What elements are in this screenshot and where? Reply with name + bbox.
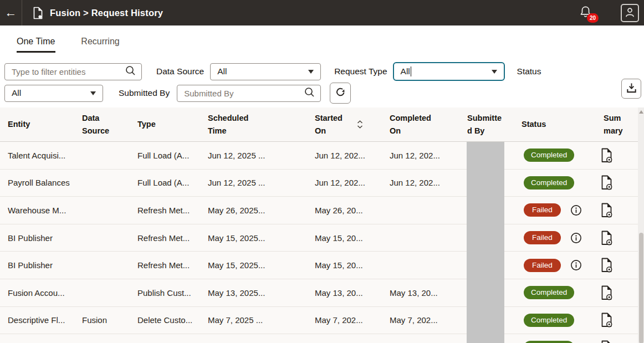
- filter-panel: Data Source All Request Type All Status …: [0, 57, 644, 104]
- cell-entity: Payroll Balances: [8, 170, 79, 197]
- status-badge: Failed: [524, 259, 561, 272]
- request-type-dropdown[interactable]: All: [393, 62, 505, 81]
- table-row[interactable]: BI Publisher Refresh Met... May 15, 2025…: [0, 251, 644, 279]
- summary-icon[interactable]: [600, 170, 622, 197]
- cell-started-on: May 15, 20...: [315, 224, 379, 252]
- info-icon[interactable]: [570, 204, 582, 216]
- cell-started-on: Jun 12, 202...: [315, 170, 379, 197]
- cell-data-source: [82, 142, 134, 169]
- data-source-value: All: [217, 66, 227, 76]
- person-icon: [624, 6, 636, 20]
- sort-icon[interactable]: [356, 120, 364, 129]
- cell-status: Completed: [524, 142, 602, 169]
- request-type-value: All: [401, 66, 410, 76]
- data-source-label: Data Source: [156, 66, 204, 76]
- col-header-scheduled-time[interactable]: Scheduled Time: [208, 107, 254, 141]
- cell-type: Full Load (A...: [137, 334, 205, 343]
- cell-started-on: May 7, 202...: [315, 307, 379, 334]
- cell-status: Completed: [524, 334, 602, 343]
- cell-scheduled-time: Jun 12, 2025 ...: [208, 170, 287, 197]
- tab-bar: One Time Recurring: [0, 25, 644, 57]
- download-button[interactable]: [621, 79, 641, 99]
- info-icon[interactable]: [570, 232, 582, 244]
- col-header-status[interactable]: Status: [522, 107, 546, 141]
- table-row[interactable]: Payroll Balances Full Load (A... Jun 12,…: [0, 169, 644, 197]
- scrollbar-up-arrow-icon[interactable]: [639, 110, 643, 114]
- refresh-button[interactable]: [330, 83, 351, 104]
- submitted-by-field[interactable]: [183, 88, 304, 99]
- status-badge: Completed: [524, 341, 574, 343]
- cell-started-on: May 13, 20...: [315, 279, 379, 306]
- cell-completed-on: Mar 6, 2025...: [390, 334, 461, 343]
- summary-icon[interactable]: [600, 307, 622, 334]
- user-avatar-button[interactable]: [621, 4, 639, 22]
- status-dropdown[interactable]: All: [4, 85, 103, 102]
- redacted-submitted-by-block: [467, 142, 504, 343]
- col-header-type[interactable]: Type: [137, 107, 156, 141]
- entity-filter-input[interactable]: [4, 63, 142, 80]
- request-type-label: Request Type: [334, 66, 387, 76]
- vertical-scrollbar[interactable]: [638, 107, 644, 343]
- col-header-entity[interactable]: Entity: [8, 107, 30, 141]
- col-header-completed-on[interactable]: Completed On: [390, 107, 441, 141]
- cell-entity: Warehouse M...: [8, 197, 79, 224]
- summary-icon[interactable]: [600, 252, 622, 279]
- cell-started-on: Mar 6, 2025...: [315, 334, 379, 343]
- notifications-button[interactable]: 20: [579, 5, 592, 21]
- cell-completed-on: Jun 12, 202...: [390, 142, 461, 169]
- cell-entity: Fusion Accou...: [8, 279, 79, 306]
- cell-type: Refresh Met...: [137, 197, 205, 224]
- cell-data-source: [82, 197, 134, 224]
- entity-filter-field[interactable]: [11, 66, 125, 77]
- cell-status: Completed: [524, 170, 602, 197]
- summary-icon[interactable]: [600, 279, 622, 306]
- cell-entity: BI Publisher: [8, 224, 79, 252]
- table-row[interactable]: Order Manag... Full Load (A... Mar 5, 20…: [0, 334, 644, 343]
- cell-scheduled-time: Mar 5, 2025 0...: [208, 334, 287, 343]
- back-button[interactable]: ←: [0, 0, 22, 25]
- table-row[interactable]: Descriptive Fl... Fusion Delete Custo...…: [0, 306, 644, 334]
- status-badge: Completed: [524, 176, 574, 190]
- table-row[interactable]: Fusion Accou... Publish Cust... May 13, …: [0, 279, 644, 306]
- summary-icon[interactable]: [600, 224, 622, 252]
- table-row[interactable]: Talent Acquisi... Full Load (A... Jun 12…: [0, 142, 644, 169]
- search-icon: [125, 65, 136, 78]
- cell-started-on: Jun 12, 202...: [315, 142, 379, 169]
- info-icon[interactable]: [570, 259, 582, 271]
- cell-type: Delete Custo...: [137, 307, 205, 334]
- cell-type: Refresh Met...: [137, 252, 205, 279]
- submitted-by-input[interactable]: [177, 85, 321, 102]
- data-source-dropdown[interactable]: All: [210, 63, 321, 80]
- text-cursor: [411, 66, 412, 76]
- cell-completed-on: [390, 197, 461, 224]
- col-header-data-source[interactable]: Data Source: [82, 107, 114, 141]
- submitted-by-label: Submitted By: [119, 88, 170, 98]
- cell-data-source: Fusion: [82, 307, 134, 334]
- scrollbar-thumb[interactable]: [639, 233, 643, 343]
- request-history-page: ← Fusion > Request History 20: [0, 0, 644, 343]
- refresh-icon: [335, 86, 346, 100]
- tab-recurring[interactable]: Recurring: [81, 25, 119, 57]
- col-header-summary[interactable]: Summary: [604, 107, 627, 141]
- col-header-submitted-by[interactable]: Submitted By: [467, 107, 505, 141]
- cell-completed-on: May 7, 202...: [390, 307, 461, 334]
- status-badge: Failed: [524, 203, 561, 217]
- status-label: Status: [517, 66, 541, 76]
- summary-icon[interactable]: [600, 197, 622, 224]
- col-header-started-on[interactable]: Started On: [315, 107, 364, 141]
- summary-icon[interactable]: [600, 142, 622, 169]
- cell-status: Failed: [524, 197, 602, 224]
- status-badge: Failed: [524, 231, 561, 244]
- chevron-down-icon: [308, 70, 314, 74]
- cell-status: Completed: [524, 307, 602, 334]
- cell-type: Refresh Met...: [137, 224, 205, 252]
- top-bar: ← Fusion > Request History 20: [0, 0, 644, 25]
- tab-one-time[interactable]: One Time: [17, 25, 55, 57]
- cell-started-on: May 15, 20...: [315, 252, 379, 279]
- table-header: Entity Data Source Type Scheduled Time S…: [0, 107, 644, 142]
- table-row[interactable]: BI Publisher Refresh Met... May 15, 2025…: [0, 224, 644, 252]
- table-body: Talent Acquisi... Full Load (A... Jun 12…: [0, 142, 644, 343]
- summary-icon[interactable]: [600, 334, 622, 343]
- table-row[interactable]: Warehouse M... Refresh Met... May 26, 20…: [0, 196, 644, 224]
- status-value: All: [12, 88, 21, 98]
